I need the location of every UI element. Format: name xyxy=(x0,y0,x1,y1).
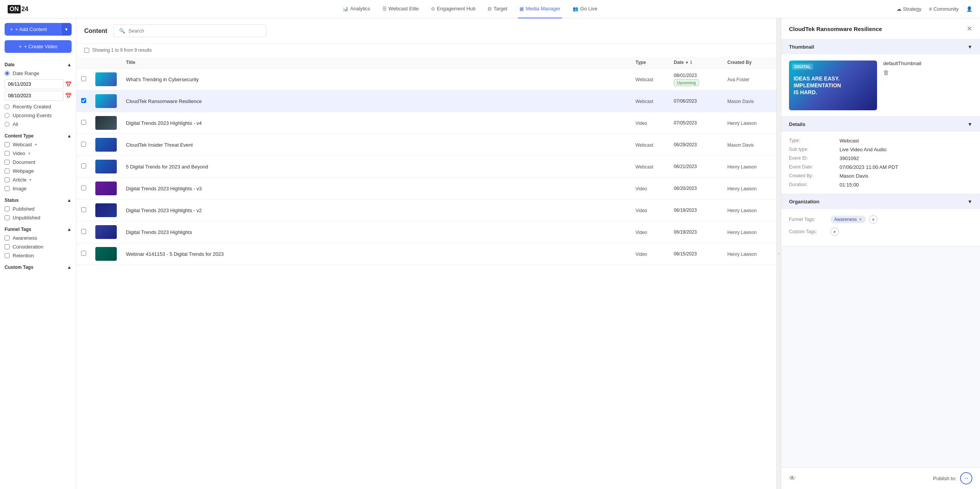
type-label: Type: xyxy=(789,138,835,144)
nav-webcast-elite[interactable]: ☰ Webcast Elite xyxy=(381,0,420,18)
to-date-input[interactable] xyxy=(5,91,64,101)
thumbnail-content: DIGITAL IDEAS ARE EASY.IMPLEMENTATIONIS … xyxy=(781,54,980,116)
date-range-radio[interactable] xyxy=(5,71,10,76)
add-funnel-tag-button[interactable]: + xyxy=(869,215,877,224)
row-checkbox[interactable] xyxy=(81,229,86,234)
search-input[interactable] xyxy=(128,28,261,34)
row-created-cell: Henry Lawson xyxy=(723,200,776,221)
unpublished-filter[interactable]: Unpublished xyxy=(5,213,72,222)
row-title-cell: What's Trending in Cybersecurity xyxy=(121,69,631,90)
row-title-cell: Digital Trends 2023 Highlights - v2 xyxy=(121,200,631,221)
row-checkbox[interactable] xyxy=(81,207,86,212)
preview-icon[interactable]: 👁 xyxy=(789,474,796,482)
publish-button[interactable]: → xyxy=(960,472,972,484)
row-checkbox[interactable] xyxy=(81,98,86,103)
organization-accordion-header[interactable]: Organization ▼ xyxy=(781,194,980,209)
row-checkbox[interactable] xyxy=(81,76,86,81)
row-thumbnail xyxy=(95,116,117,130)
all-dates-radio[interactable] xyxy=(5,122,10,127)
details-accordion-header[interactable]: Details ▼ xyxy=(781,117,980,132)
video-checkbox[interactable] xyxy=(5,151,10,156)
article-filter[interactable]: Article ▾ xyxy=(5,175,72,184)
add-custom-tag-button[interactable]: + xyxy=(830,227,839,236)
funnel-tags-header[interactable]: Funnel Tags ▲ xyxy=(5,224,72,234)
table-row[interactable]: Digital Trends 2023 Highlights Video 06/… xyxy=(77,221,776,243)
date-section-header[interactable]: Date ▲ xyxy=(5,59,72,69)
webcast-filter[interactable]: Webcast ▾ xyxy=(5,140,72,149)
from-date-input[interactable] xyxy=(5,79,64,89)
webpage-label: Webpage xyxy=(13,168,34,174)
results-count: Showing 1 to 9 from 9 results xyxy=(92,47,152,53)
row-checkbox[interactable] xyxy=(81,120,86,125)
row-type-cell: Webcast xyxy=(631,69,669,90)
row-checkbox[interactable] xyxy=(81,251,86,256)
funnel-tags-row: Funnel Tags: Awareness ✕ + xyxy=(789,215,972,224)
document-checkbox[interactable] xyxy=(5,160,10,165)
webpage-filter[interactable]: Webpage xyxy=(5,167,72,175)
video-filter[interactable]: Video ▾ xyxy=(5,149,72,158)
close-panel-button[interactable]: ✕ xyxy=(967,25,972,33)
nav-engagement-hub[interactable]: ⊙ Engagement Hub xyxy=(430,0,477,18)
recently-created-radio[interactable] xyxy=(5,104,10,109)
add-content-dropdown-button[interactable]: ▾ xyxy=(61,23,72,36)
table-row[interactable]: CloudTek Ransomware Resilience Webcast 0… xyxy=(77,90,776,112)
table-row[interactable]: Webinar 4141153 - 5 Digital Trends for 2… xyxy=(77,243,776,265)
upcoming-events-option[interactable]: Upcoming Events xyxy=(5,111,72,120)
nav-community[interactable]: # Community xyxy=(929,6,959,12)
consideration-filter[interactable]: Consideration xyxy=(5,242,72,251)
unpublished-checkbox[interactable] xyxy=(5,215,10,220)
consideration-checkbox[interactable] xyxy=(5,244,10,249)
nav-target[interactable]: ⊟ Target xyxy=(486,0,509,18)
image-checkbox[interactable] xyxy=(5,186,10,191)
retention-checkbox[interactable] xyxy=(5,253,10,258)
row-title-cell: Digital Trends 2023 Highlights xyxy=(121,221,631,243)
table-row[interactable]: Digital Trends 2023 Highlights - v3 Vide… xyxy=(77,178,776,200)
webpage-checkbox[interactable] xyxy=(5,168,10,173)
recently-created-option[interactable]: Recently Created xyxy=(5,102,72,111)
document-filter[interactable]: Document xyxy=(5,158,72,167)
funnel-tags-label: Funnel Tags: xyxy=(789,217,827,222)
webcast-checkbox[interactable] xyxy=(5,142,10,147)
awareness-checkbox[interactable] xyxy=(5,236,10,240)
logo[interactable]: ON24 xyxy=(8,5,28,13)
row-checkbox[interactable] xyxy=(81,164,86,168)
upcoming-events-radio[interactable] xyxy=(5,113,10,118)
create-video-button[interactable]: + + Create Video xyxy=(5,40,72,53)
add-content-button[interactable]: + + Add Content xyxy=(5,23,61,36)
table-row[interactable]: CloudTek Insider Threat Event Webcast 06… xyxy=(77,134,776,156)
row-checkbox[interactable] xyxy=(81,185,86,190)
remove-awareness-tag[interactable]: ✕ xyxy=(859,217,862,222)
date-range-option[interactable]: Date Range xyxy=(5,69,72,78)
row-thumb-cell xyxy=(91,178,121,200)
status-header[interactable]: Status ▲ xyxy=(5,195,72,204)
article-checkbox[interactable] xyxy=(5,177,10,182)
awareness-filter[interactable]: Awareness xyxy=(5,234,72,242)
collapse-handle[interactable]: ‹ xyxy=(776,18,781,489)
calendar-icon-to[interactable]: 📅 xyxy=(65,93,72,99)
video-label: Video xyxy=(13,150,25,156)
published-filter[interactable]: Published xyxy=(5,204,72,213)
retention-filter[interactable]: Retention xyxy=(5,251,72,260)
table-row[interactable]: What's Trending in Cybersecurity Webcast… xyxy=(77,69,776,90)
content-type-header[interactable]: Content Type ▲ xyxy=(5,130,72,140)
select-all-checkbox[interactable] xyxy=(84,48,89,53)
thumbnail-accordion-header[interactable]: Thumbnail ▼ xyxy=(781,39,980,54)
nav-analytics[interactable]: 📊 Analytics xyxy=(341,0,372,18)
image-filter[interactable]: Image xyxy=(5,184,72,193)
table-row[interactable]: Digital Trends 2023 Highlights - v2 Vide… xyxy=(77,200,776,221)
table-row[interactable]: Digital Trends 2023 Highlights - v4 Vide… xyxy=(77,112,776,134)
row-checkbox[interactable] xyxy=(81,142,86,147)
published-checkbox[interactable] xyxy=(5,206,10,211)
nav-strategy[interactable]: ☁ Strategy xyxy=(897,6,921,12)
video-arrow-icon: ▾ xyxy=(28,151,30,155)
calendar-icon-from[interactable]: 📅 xyxy=(65,81,72,87)
nav-go-live[interactable]: 👥 Go Live xyxy=(571,0,599,18)
custom-tags-header[interactable]: Custom Tags ▲ xyxy=(5,262,72,271)
all-option[interactable]: All xyxy=(5,120,72,129)
nav-user[interactable]: 👤 xyxy=(966,6,972,12)
nav-media-manager[interactable]: ▦ Media Manager xyxy=(518,0,562,18)
delete-thumbnail-icon[interactable]: 🗑 xyxy=(883,69,921,76)
table-row[interactable]: 5 Digital Trends for 2023 and Beyond Web… xyxy=(77,156,776,178)
row-created-by: Henry Lawson xyxy=(727,186,757,191)
media-manager-icon: ▦ xyxy=(519,6,524,11)
